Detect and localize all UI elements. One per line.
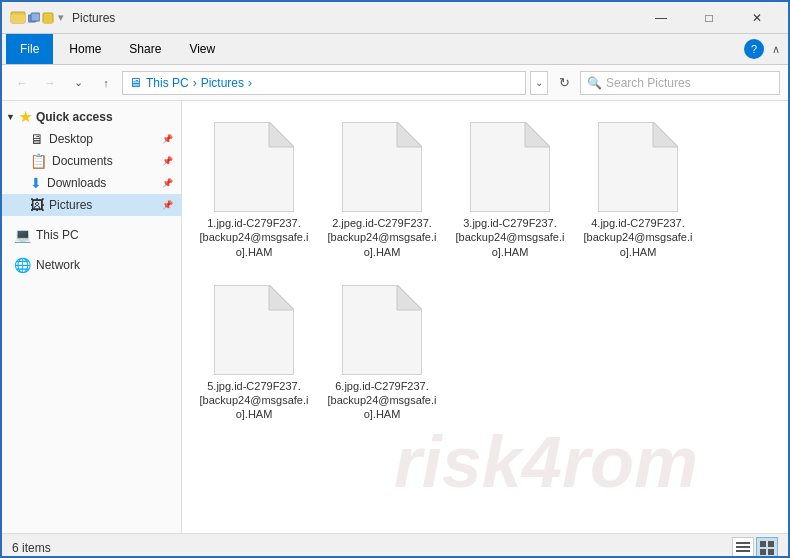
file-name-1: 1.jpg.id-C279F237.[backup24@msgsafe.io].… xyxy=(199,216,309,259)
breadcrumb-sep-2: › xyxy=(248,76,252,90)
breadcrumb-pictures[interactable]: Pictures xyxy=(201,76,244,90)
close-button[interactable]: ✕ xyxy=(734,2,780,34)
ribbon-toggle-button[interactable]: ∧ xyxy=(768,41,784,58)
file-item-6[interactable]: 6.jpg.id-C279F237.[backup24@msgsafe.io].… xyxy=(322,276,442,431)
svg-rect-21 xyxy=(760,541,766,547)
file-icon-1 xyxy=(214,122,294,212)
file-item-4[interactable]: 4.jpg.id-C279F237.[backup24@msgsafe.io].… xyxy=(578,113,698,268)
svg-marker-9 xyxy=(397,122,422,147)
title-separator: ▾ xyxy=(58,11,64,24)
file-item-3[interactable]: 3.jpg.id-C279F237.[backup24@msgsafe.io].… xyxy=(450,113,570,268)
pin-icon-documents: 📌 xyxy=(162,156,173,166)
search-icon: 🔍 xyxy=(587,76,602,90)
refresh-button[interactable]: ↻ xyxy=(552,71,576,95)
view-toggles xyxy=(732,537,778,559)
pictures-icon: 🖼 xyxy=(30,197,44,213)
network-icon: 🌐 xyxy=(14,257,31,273)
pin-icon-pictures: 📌 xyxy=(162,200,173,210)
up-button[interactable]: ↑ xyxy=(94,71,118,95)
sidebar-desktop-label: Desktop xyxy=(49,132,93,146)
file-item-2[interactable]: 2.jpeg.id-C279F237.[backup24@msgsafe.io]… xyxy=(322,113,442,268)
pin-icon-desktop: 📌 xyxy=(162,134,173,144)
sidebar-documents-label: Documents xyxy=(52,154,113,168)
file-icon-3 xyxy=(470,122,550,212)
grid-view-button[interactable] xyxy=(756,537,778,559)
list-view-button[interactable] xyxy=(732,537,754,559)
svg-marker-15 xyxy=(269,285,294,310)
svg-rect-19 xyxy=(736,546,750,548)
sidebar-pictures-label: Pictures xyxy=(49,198,92,212)
documents-icon: 📋 xyxy=(30,153,47,169)
minimize-button[interactable]: — xyxy=(638,2,684,34)
search-box[interactable]: 🔍 Search Pictures xyxy=(580,71,780,95)
breadcrumb: 🖥 This PC › Pictures › xyxy=(122,71,526,95)
sidebar-item-pictures[interactable]: 🖼 Pictures 📌 xyxy=(2,194,181,216)
file-name-3: 3.jpg.id-C279F237.[backup24@msgsafe.io].… xyxy=(455,216,565,259)
tab-share[interactable]: Share xyxy=(115,34,175,64)
svg-marker-17 xyxy=(397,285,422,310)
item-count: 6 items xyxy=(12,541,51,555)
svg-rect-3 xyxy=(31,13,40,21)
svg-rect-24 xyxy=(768,549,774,555)
breadcrumb-icon: 🖥 xyxy=(129,75,142,90)
computer-icon: 💻 xyxy=(14,227,31,243)
title-bar-icons: ▾ xyxy=(10,10,64,26)
tab-home[interactable]: Home xyxy=(55,34,115,64)
sidebar-quick-access-label: Quick access xyxy=(36,110,113,124)
svg-rect-1 xyxy=(11,15,25,23)
maximize-button[interactable]: □ xyxy=(686,2,732,34)
file-item-1[interactable]: 1.jpg.id-C279F237.[backup24@msgsafe.io].… xyxy=(194,113,314,268)
svg-rect-22 xyxy=(768,541,774,547)
svg-marker-7 xyxy=(269,122,294,147)
desktop-icon: 🖥 xyxy=(30,131,44,147)
address-bar: ← → ⌄ ↑ 🖥 This PC › Pictures › ⌄ ↻ 🔍 Sea… xyxy=(2,65,788,101)
window-title: Pictures xyxy=(72,11,638,25)
file-name-5: 5.jpg.id-C279F237.[backup24@msgsafe.io].… xyxy=(199,379,309,422)
ribbon-expand: ? ∧ xyxy=(744,39,784,59)
tab-view[interactable]: View xyxy=(175,34,229,64)
sidebar-network-label: Network xyxy=(36,258,80,272)
files-grid: 1.jpg.id-C279F237.[backup24@msgsafe.io].… xyxy=(190,109,780,435)
breadcrumb-thispc[interactable]: This PC xyxy=(146,76,189,90)
dropdown-history-button[interactable]: ⌄ xyxy=(66,71,90,95)
file-name-4: 4.jpg.id-C279F237.[backup24@msgsafe.io].… xyxy=(583,216,693,259)
sidebar-thispc-label: This PC xyxy=(36,228,79,242)
svg-rect-23 xyxy=(760,549,766,555)
file-name-2: 2.jpeg.id-C279F237.[backup24@msgsafe.io]… xyxy=(327,216,437,259)
file-icon-6 xyxy=(342,285,422,375)
back-button[interactable]: ← xyxy=(10,71,34,95)
svg-rect-20 xyxy=(736,550,750,552)
sidebar-item-desktop[interactable]: 🖥 Desktop 📌 xyxy=(2,128,181,150)
breadcrumb-dropdown-button[interactable]: ⌄ xyxy=(530,71,548,95)
window-icon xyxy=(10,10,54,26)
file-icon-4 xyxy=(598,122,678,212)
tab-file[interactable]: File xyxy=(6,34,53,64)
sidebar: ▼ ★ Quick access 🖥 Desktop 📌 📋 Documents… xyxy=(2,101,182,533)
search-placeholder: Search Pictures xyxy=(606,76,691,90)
ribbon: File Home Share View ? ∧ xyxy=(2,34,788,65)
file-name-6: 6.jpg.id-C279F237.[backup24@msgsafe.io].… xyxy=(327,379,437,422)
downloads-icon: ⬇ xyxy=(30,175,42,191)
forward-button[interactable]: → xyxy=(38,71,62,95)
breadcrumb-sep-1: › xyxy=(193,76,197,90)
sidebar-item-this-pc[interactable]: 💻 This PC xyxy=(2,224,181,246)
file-item-5[interactable]: 5.jpg.id-C279F237.[backup24@msgsafe.io].… xyxy=(194,276,314,431)
title-bar: ▾ Pictures — □ ✕ xyxy=(2,2,788,34)
window-controls[interactable]: — □ ✕ xyxy=(638,2,780,34)
help-button[interactable]: ? xyxy=(744,39,764,59)
file-icon-5 xyxy=(214,285,294,375)
svg-rect-18 xyxy=(736,542,750,544)
content-area: risk4rom 1.jpg.id-C279F237.[backup24@msg… xyxy=(182,101,788,533)
sidebar-item-documents[interactable]: 📋 Documents 📌 xyxy=(2,150,181,172)
sidebar-item-downloads[interactable]: ⬇ Downloads 📌 xyxy=(2,172,181,194)
sidebar-quick-access[interactable]: ▼ ★ Quick access xyxy=(2,105,181,128)
main-area: ▼ ★ Quick access 🖥 Desktop 📌 📋 Documents… xyxy=(2,101,788,533)
quick-access-star-icon: ★ xyxy=(19,109,32,125)
sidebar-item-network[interactable]: 🌐 Network xyxy=(2,254,181,276)
quick-access-arrow: ▼ xyxy=(6,112,15,122)
ribbon-tabs: File Home Share View ? ∧ xyxy=(2,34,788,64)
sidebar-downloads-label: Downloads xyxy=(47,176,106,190)
status-bar: 6 items xyxy=(2,533,788,558)
file-icon-2 xyxy=(342,122,422,212)
svg-marker-13 xyxy=(653,122,678,147)
